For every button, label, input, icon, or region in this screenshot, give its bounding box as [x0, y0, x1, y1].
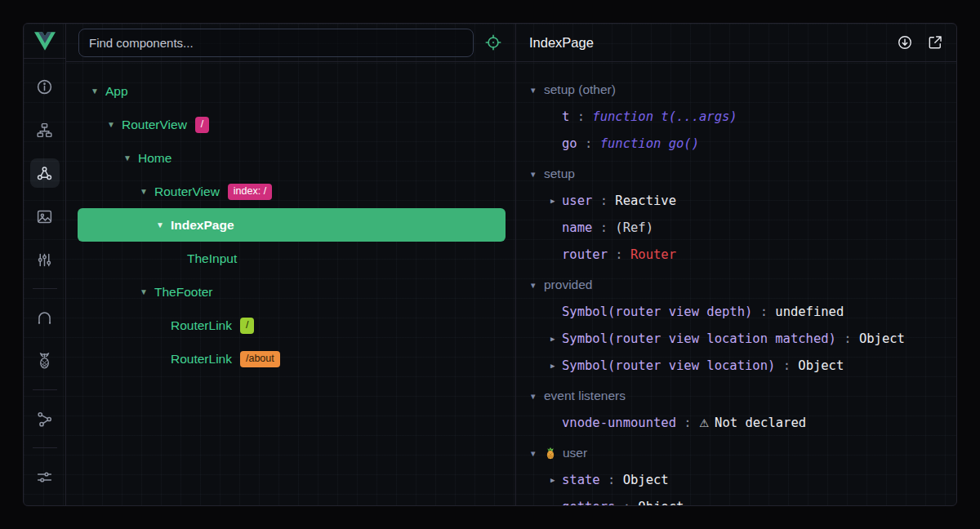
- property-value: (Ref): [615, 220, 653, 235]
- search-box: [78, 29, 474, 57]
- property-key: user: [562, 193, 592, 208]
- external-link-icon[interactable]: [927, 34, 943, 51]
- section-setup[interactable]: ▼setup: [529, 161, 956, 187]
- property-row-vnode-unmounted[interactable]: vnode-unmounted : ⚠Not declared: [529, 409, 956, 436]
- key-value-separator: :: [577, 136, 600, 151]
- section-collapse-icon[interactable]: ▼: [529, 392, 544, 401]
- expand-arrow-icon[interactable]: ▼: [140, 187, 154, 196]
- property-row-t[interactable]: t : function t(...args): [529, 103, 956, 130]
- vue-logo[interactable]: [24, 24, 65, 59]
- section-label: setup: [544, 167, 575, 181]
- tree-row-routerview[interactable]: ▼RouterView/: [78, 108, 506, 141]
- component-name: RouterView: [122, 118, 187, 132]
- section-collapse-icon[interactable]: ▼: [529, 449, 544, 458]
- expand-arrow-icon[interactable]: ▼: [107, 120, 122, 129]
- section-label: user: [563, 446, 587, 460]
- node-graph-icon: [36, 411, 53, 428]
- components-panel: ▼App▼RouterView/▼Home▼RouterViewindex: /…: [66, 24, 516, 505]
- property-row-symbol-router-view-depth[interactable]: Symbol(router view depth) : undefined: [529, 298, 956, 325]
- pineapple-icon: [544, 447, 557, 460]
- expand-arrow-icon[interactable]: ▼: [123, 153, 138, 162]
- section-user[interactable]: ▼user: [529, 440, 956, 466]
- property-value: function go(): [600, 136, 699, 151]
- section-setup-other[interactable]: ▼setup (other): [529, 77, 956, 103]
- info-icon: [36, 78, 53, 96]
- key-value-separator: :: [752, 305, 775, 319]
- property-key: Symbol(router view location matched): [562, 331, 836, 346]
- key-value-separator: :: [615, 500, 638, 506]
- expand-arrow-icon[interactable]: ▶: [550, 197, 562, 205]
- key-value-separator: :: [592, 193, 615, 208]
- expand-arrow-icon[interactable]: ▼: [156, 220, 171, 229]
- tree-row-home[interactable]: ▼Home: [78, 141, 506, 175]
- component-name: TheFooter: [154, 285, 213, 300]
- property-key: vnode-unmounted: [562, 416, 676, 430]
- property-key: t: [562, 109, 569, 124]
- property-value: function t(...args): [592, 109, 737, 124]
- property-row-getters[interactable]: ▶getters : Object: [529, 493, 956, 505]
- property-row-symbol-router-view-location-matched[interactable]: ▶Symbol(router view location matched) : …: [529, 325, 956, 352]
- section-collapse-icon[interactable]: ▼: [529, 170, 544, 179]
- route-badge: /: [240, 318, 254, 334]
- property-key: Symbol(router view depth): [562, 305, 752, 319]
- property-key: getters: [562, 500, 615, 506]
- property-row-go[interactable]: go : function go(): [529, 130, 956, 157]
- sidebar-nav: [30, 59, 60, 505]
- tree-row-indexpage[interactable]: ▼IndexPage: [78, 208, 506, 242]
- sidebar-hierarchy-button[interactable]: [30, 115, 60, 144]
- property-key: state: [562, 473, 600, 487]
- component-name: RouterLink: [171, 352, 232, 367]
- inspector-actions: [897, 34, 943, 51]
- devtools-window: ▼App▼RouterView/▼Home▼RouterViewindex: /…: [23, 23, 957, 506]
- section-collapse-icon[interactable]: ▼: [529, 281, 544, 290]
- sidebar-image-button[interactable]: [30, 202, 60, 231]
- expand-arrow-icon[interactable]: ▼: [140, 287, 154, 296]
- property-value: Reactive: [615, 193, 676, 208]
- component-name: IndexPage: [171, 218, 234, 233]
- section-event-listeners[interactable]: ▼event listeners: [529, 383, 956, 409]
- property-key: Symbol(router view location): [562, 358, 775, 373]
- property-value: Router: [630, 247, 676, 262]
- crosshair-icon[interactable]: [484, 33, 502, 51]
- search-input[interactable]: [89, 36, 463, 50]
- tree-row-routerlink[interactable]: RouterLink/: [78, 309, 506, 342]
- component-name: TheInput: [187, 251, 237, 266]
- property-row-symbol-router-view-location[interactable]: ▶Symbol(router view location) : Object: [529, 352, 956, 379]
- tree-row-app[interactable]: ▼App: [78, 74, 506, 108]
- tree-row-thefooter[interactable]: ▼TheFooter: [78, 275, 506, 309]
- key-value-separator: :: [600, 473, 623, 487]
- image-icon: [36, 208, 53, 225]
- sidebar-hook-button[interactable]: [30, 303, 60, 332]
- inspector-body: ▼setup (other)t : function t(...args)go …: [516, 62, 956, 505]
- property-row-router[interactable]: router : Router: [529, 241, 956, 268]
- property-value: Object: [623, 473, 669, 487]
- property-row-state[interactable]: ▶state : Object: [529, 466, 956, 493]
- sidebar-node-graph-button[interactable]: [30, 404, 60, 433]
- tree-row-routerview[interactable]: ▼RouterViewindex: /: [78, 175, 506, 208]
- tree-row-theinput[interactable]: TheInput: [78, 242, 506, 275]
- component-name: Home: [138, 151, 172, 166]
- property-value: undefined: [775, 305, 844, 319]
- expand-arrow-icon[interactable]: ▼: [91, 87, 105, 96]
- expand-arrow-icon[interactable]: ▶: [550, 362, 562, 370]
- inspector-panel: IndexPage ▼setup (other)t : function t(.…: [516, 24, 956, 505]
- component-name: App: [105, 84, 128, 99]
- section-label: setup (other): [544, 82, 616, 97]
- sidebar-components-button[interactable]: [30, 158, 60, 188]
- section-collapse-icon[interactable]: ▼: [529, 86, 544, 95]
- section-provided[interactable]: ▼provided: [529, 272, 956, 298]
- sidebar-settings-sliders-button[interactable]: [30, 462, 60, 491]
- expand-arrow-icon[interactable]: ▶: [550, 476, 562, 484]
- sidebar-info-button[interactable]: [30, 72, 60, 101]
- component-name: RouterLink: [171, 318, 232, 333]
- tree-row-routerlink[interactable]: RouterLink/about: [78, 342, 506, 376]
- expand-arrow-icon[interactable]: ▶: [550, 503, 562, 506]
- pinia-icon: [36, 353, 53, 370]
- circle-arrow-down-icon[interactable]: [897, 34, 913, 51]
- inspector-header: IndexPage: [516, 24, 956, 62]
- property-row-user[interactable]: ▶user : Reactive: [529, 187, 956, 214]
- sidebar-pinia-button[interactable]: [30, 346, 60, 376]
- property-row-name[interactable]: name : (Ref): [529, 214, 956, 241]
- expand-arrow-icon[interactable]: ▶: [550, 335, 562, 343]
- sidebar-sliders-button[interactable]: [30, 245, 60, 274]
